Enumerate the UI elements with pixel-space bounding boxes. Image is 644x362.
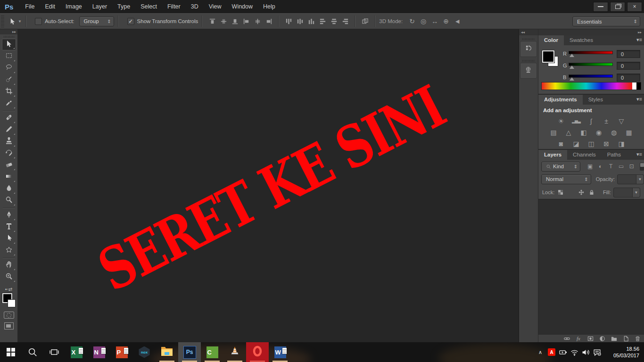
tab-swatches[interactable]: Swatches: [564, 35, 599, 45]
align-bottom-edges-button[interactable]: [230, 16, 240, 26]
taskbar-app-camtasia[interactable]: C: [201, 342, 223, 362]
lasso-tool-button[interactable]: [2, 62, 16, 74]
spectrum-black-cell[interactable]: [636, 82, 641, 90]
clone-stamp-tool-button[interactable]: [2, 136, 16, 148]
lock-move-icon[interactable]: [577, 189, 586, 196]
horizontal-type-tool-button[interactable]: [2, 221, 16, 233]
align-left-edges-button[interactable]: [241, 16, 251, 26]
3d-camera-icon[interactable]: ◄: [452, 16, 463, 26]
color-balance-icon[interactable]: △: [563, 128, 574, 137]
dock-expand-button[interactable]: ◂◂: [519, 29, 538, 35]
align-vertical-centers-button[interactable]: [218, 16, 229, 26]
auto-align-layers-button[interactable]: [360, 16, 370, 26]
tab-color[interactable]: Color: [538, 35, 564, 45]
taskbar-app-word[interactable]: W: [269, 342, 291, 362]
close-button[interactable]: ×: [627, 2, 642, 12]
hand-tool-button[interactable]: [2, 259, 16, 271]
toolbar-gripper[interactable]: [4, 36, 14, 38]
custom-shape-tool-button[interactable]: [2, 245, 16, 256]
filter-kind-dropdown[interactable]: Kind ⇕: [541, 162, 580, 172]
search-button[interactable]: [22, 342, 43, 362]
gradient-tool-button[interactable]: [2, 171, 16, 183]
panel-menu-icon[interactable]: ▾≡: [636, 37, 642, 43]
tray-overflow-chevron-icon[interactable]: ∧: [535, 342, 546, 362]
3d-drag-icon[interactable]: ↔: [429, 16, 440, 26]
layer-style-icon[interactable]: fx: [575, 335, 582, 342]
filter-pixel-layers-icon[interactable]: ▣: [586, 162, 594, 171]
spot-healing-brush-tool-button[interactable]: [2, 112, 16, 124]
options-gripper[interactable]: [1, 15, 4, 27]
link-layers-icon[interactable]: [563, 335, 570, 342]
move-tool-preset-icon[interactable]: [7, 16, 17, 26]
pen-tool-button[interactable]: [2, 209, 16, 221]
lock-paint-icon[interactable]: [567, 189, 575, 196]
menu-3d[interactable]: 3D: [186, 3, 204, 10]
tool-preset-caret-icon[interactable]: ▼: [18, 19, 22, 24]
photo-filter-icon[interactable]: ◉: [594, 128, 604, 137]
blur-tool-button[interactable]: [2, 183, 16, 195]
auto-select-target-dropdown[interactable]: Group ⇕: [79, 16, 114, 26]
red-slider-thumb[interactable]: [570, 54, 574, 57]
spectrum-gradient[interactable]: [542, 82, 632, 90]
brush-tool-button[interactable]: [2, 124, 16, 136]
filter-adjustment-layers-icon[interactable]: ◐: [596, 162, 605, 171]
tab-paths[interactable]: Paths: [602, 150, 627, 160]
spectrum-white-cell[interactable]: [632, 82, 636, 90]
taskbar-app-explorer[interactable]: [156, 342, 178, 362]
distribute-right-edges-button[interactable]: [340, 16, 350, 26]
properties-panel-button[interactable]: [520, 63, 537, 79]
panel-foreground-swatch[interactable]: [542, 50, 554, 63]
color-lookup-icon[interactable]: ▦: [624, 128, 634, 137]
quick-mask-button[interactable]: [4, 312, 14, 319]
align-top-edges-button[interactable]: [207, 16, 217, 26]
document-canvas[interactable]: SERET KE SINI: [18, 29, 519, 342]
channel-mixer-icon[interactable]: ◍: [609, 128, 619, 137]
screen-mode-button[interactable]: [4, 322, 14, 329]
layer-group-icon[interactable]: [610, 335, 618, 342]
minimize-button[interactable]: [593, 2, 608, 12]
panel-gripper[interactable]: [522, 38, 535, 40]
background-color-swatch[interactable]: [8, 299, 16, 307]
eraser-tool-button[interactable]: [2, 159, 16, 171]
restore-button[interactable]: [610, 2, 625, 12]
taskbar-app-powerpoint[interactable]: P: [110, 342, 133, 362]
selective-color-icon[interactable]: ◨: [616, 139, 627, 148]
blue-slider[interactable]: [569, 74, 613, 81]
crop-tool-button[interactable]: [2, 86, 16, 98]
distribute-horizontal-centers-button[interactable]: [329, 16, 339, 26]
tab-layers[interactable]: Layers: [538, 150, 567, 160]
taskbar-app-excel[interactable]: X: [65, 342, 88, 362]
task-view-button[interactable]: [43, 342, 65, 362]
taskbar-app-photoshop[interactable]: Ps: [178, 342, 201, 362]
tab-adjustments[interactable]: Adjustments: [538, 95, 583, 105]
wifi-tray-button[interactable]: [569, 342, 580, 362]
history-brush-tool-button[interactable]: [2, 148, 16, 159]
distribute-left-edges-button[interactable]: [317, 16, 328, 26]
blue-slider-track[interactable]: [569, 74, 613, 78]
taskbar-app-vlc[interactable]: [223, 342, 246, 362]
gradient-map-icon[interactable]: ⊠: [601, 139, 611, 148]
swap-colors-icon[interactable]: ▪▫⇄: [4, 286, 14, 292]
path-selection-tool-button[interactable]: [2, 233, 16, 245]
history-panel-button[interactable]: [520, 41, 537, 57]
invert-icon[interactable]: ◙: [556, 139, 566, 148]
layer-mask-icon[interactable]: [586, 335, 594, 342]
taskbar-app-opera[interactable]: [246, 342, 269, 362]
lock-transparent-icon[interactable]: [556, 189, 565, 196]
toolbar-collapse-button[interactable]: ▸▸: [0, 29, 17, 34]
move-tool-button[interactable]: [2, 39, 16, 50]
posterize-icon[interactable]: ◪: [571, 139, 581, 148]
adjustment-layer-icon[interactable]: [598, 335, 606, 342]
menu-image[interactable]: Image: [60, 3, 87, 10]
workspace-switcher[interactable]: Essentials ⇕: [572, 16, 640, 26]
quick-selection-tool-button[interactable]: [2, 74, 16, 86]
combo-arrow-icon[interactable]: ▼: [632, 188, 640, 197]
black-white-icon[interactable]: ◧: [578, 128, 589, 137]
blue-value-field[interactable]: 0: [617, 74, 640, 82]
menu-window[interactable]: Window: [227, 3, 258, 10]
show-transform-checkbox[interactable]: ✓: [127, 18, 134, 25]
lock-all-icon[interactable]: [587, 189, 596, 196]
battery-tray-button[interactable]: [557, 342, 569, 362]
threshold-icon[interactable]: ◫: [586, 139, 596, 148]
filter-smart-objects-icon[interactable]: ⊡: [627, 162, 636, 171]
